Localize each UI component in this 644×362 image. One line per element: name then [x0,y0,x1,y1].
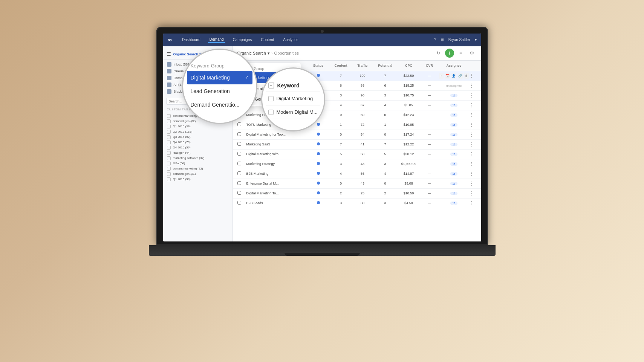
table-row[interactable]: Marketing SaaS 7 41 7 $12.22 — 16 ⋮ [233,140,481,150]
row-more[interactable]: ⋮ [469,102,477,108]
status-badge: 16 [450,162,458,166]
row-keyword: B2B Leads [246,201,307,205]
nav-content[interactable]: Content [259,37,275,43]
row-checkbox[interactable] [237,142,241,146]
col-header-traffic[interactable]: Traffic [352,64,373,67]
row-more[interactable]: ⋮ [469,93,477,98]
mag-item-digital-marketing[interactable]: Digital Marketing [187,71,252,84]
row-more[interactable]: ⋮ [469,73,477,78]
tag-checkbox[interactable] [167,172,171,176]
row-checkbox[interactable] [237,122,241,126]
status-badge: 16 [450,133,458,136]
col-header-potential[interactable]: Potential [373,64,398,67]
mag-keyword-modern-digital[interactable]: Modern Digital M... [266,105,320,119]
mag-header-checkbox[interactable]: – [268,82,274,89]
laptop: ∞ Dashboard Demand Campaigns Content Ana… [149,27,496,336]
row-checkbox[interactable] [237,181,241,185]
row-checkbox[interactable] [237,152,241,156]
tag-checkbox[interactable] [167,119,171,123]
refresh-button[interactable]: ↻ [434,49,443,58]
tag-checkbox[interactable] [167,146,171,150]
col-header-content[interactable]: Content [330,64,352,67]
mag-kw-checkbox[interactable] [268,110,274,115]
row-cvr: — [420,162,439,166]
tag-checkbox[interactable] [167,177,171,181]
tag-checkbox[interactable] [167,130,171,134]
table-row[interactable]: Marketing Strategy 3 48 3 $1,999.99 — 16… [233,159,481,169]
row-more[interactable]: ⋮ [469,151,477,157]
row-checkbox[interactable] [237,162,241,165]
calendar-icon[interactable]: 📅 [445,73,450,79]
row-more[interactable]: ⋮ [469,161,477,166]
row-keyword: Digital Marketing for Too... [246,133,307,136]
mag-item-lead-generation[interactable]: Lead Generation [187,84,252,98]
nav-demand[interactable]: Demand [208,37,225,43]
row-traffic: 48 [352,162,373,166]
table-row[interactable]: B2B Leads 3 30 3 $4.50 — 16 ⋮ [233,199,481,208]
row-potential: 3 [373,93,398,97]
tag-checkbox[interactable] [167,135,171,139]
row-content: 0 [330,113,352,117]
row-more[interactable]: ⋮ [469,191,477,196]
tag-checkbox[interactable] [167,162,171,165]
row-cpc: $22.50 [398,74,420,78]
nav-campaigns[interactable]: Campaigns [231,37,254,43]
nav-dashboard[interactable]: Dashboard [181,37,202,43]
settings-button[interactable]: ⚙ [468,49,477,58]
user-menu[interactable]: Bryan Sattler [448,38,470,42]
row-more[interactable]: ⋮ [469,200,477,206]
view-options-button[interactable]: ≡ [456,49,465,58]
tag-q4-2015: Q4 2015 (56) [163,145,233,150]
row-checkbox[interactable] [237,201,241,205]
row-potential: 4 [373,103,398,107]
tag-checkbox[interactable] [167,141,171,144]
status-badge: 16 [450,94,458,97]
row-traffic: 58 [352,152,373,156]
row-more[interactable]: ⋮ [469,132,477,137]
organic-search-breadcrumb[interactable]: Organic Search [237,51,266,55]
organic-search-nav[interactable]: Organic Search ▾ [173,52,201,56]
mag-kw-checkbox[interactable] [268,96,274,101]
add-button[interactable]: + [445,49,454,58]
mag-item-demand-generation[interactable]: Demand Generatio... [187,98,252,112]
tag-checkbox[interactable] [167,156,171,160]
tag-checkbox[interactable] [167,125,171,128]
row-more[interactable]: ⋮ [469,112,477,118]
mag-keyword-digital-marketing[interactable]: Digital Marketing [266,92,320,105]
link-icon[interactable]: 🔗 [458,73,463,79]
row-more[interactable]: ⋮ [469,181,477,186]
table-row[interactable]: Enterprise Digital M... 0 43 0 $9.08 — 1… [233,179,481,189]
row-more[interactable]: ⋮ [469,122,477,127]
row-more[interactable]: ⋮ [469,142,477,147]
row-checkbox[interactable] [237,132,241,136]
row-checkbox[interactable] [237,191,241,195]
tag-checkbox[interactable] [167,167,171,171]
status-badge: 16 [450,104,458,107]
inbox-icon [167,62,171,67]
help-icon[interactable]: ? [434,38,436,42]
tag-checkbox[interactable] [167,114,171,118]
add-action-icon[interactable]: + [439,73,444,79]
user-icon[interactable]: 👤 [451,73,456,79]
row-more[interactable]: ⋮ [469,83,477,88]
trash-icon[interactable]: 🗑 [464,73,469,79]
col-header-status[interactable]: Status [307,64,330,67]
row-checkbox[interactable] [237,171,241,175]
tag-checkbox[interactable] [167,151,171,155]
col-header-assignee[interactable]: Assignee [439,64,469,67]
table-row[interactable]: Digital Marketing To... 2 25 2 $10.50 — … [233,189,481,199]
hamburger-icon[interactable]: ☰ [167,52,171,57]
grid-icon[interactable]: ⊞ [441,38,444,42]
table-row[interactable]: Digital Marketing with... 5 58 5 $20.12 … [233,150,481,159]
user-chevron[interactable]: ▾ [475,38,477,42]
nav-analytics[interactable]: Analytics [281,37,300,43]
table-row[interactable]: Digital Marketing for Too... 0 54 0 $17.… [233,130,481,140]
table-row[interactable]: B2B Marketing 4 56 4 $14.87 — 16 ⋮ [233,169,481,179]
col-header-cvr[interactable]: CVR [420,64,439,67]
tag-q2-2016: Q2 2016 (119) [163,129,233,134]
row-content: 3 [330,162,352,166]
row-more[interactable]: ⋮ [469,171,477,176]
row-assignee: unassigned [439,84,469,87]
col-header-cpc[interactable]: CPC [398,64,420,67]
nav-right: ? ⊞ Bryan Sattler ▾ [434,38,476,42]
